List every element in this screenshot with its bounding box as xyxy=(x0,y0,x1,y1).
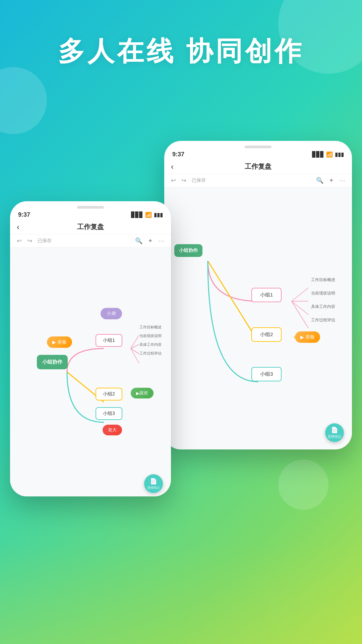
fab-icon-back: 📄 xyxy=(331,426,338,434)
boss-node-front: ▶ 老板 xyxy=(47,336,72,348)
undo-button[interactable]: ↩ xyxy=(171,177,176,184)
boss-node-back: ▶ 老板 xyxy=(295,331,320,343)
back-button[interactable]: ‹ xyxy=(171,162,174,171)
undo-button-front[interactable]: ↩ xyxy=(17,237,22,245)
sublabel-3-front: 具体工作内容 xyxy=(139,342,162,347)
phone-front-title: 工作复盘 xyxy=(77,222,104,231)
phone-front-titlebar: ‹ 工作复盘 xyxy=(10,220,171,234)
phone-back: 9:37 ▊▊▊ 📶 ▮▮▮ ‹ 工作复盘 ↩ ↪ 已保存 🔍 ✦ ⋯ xyxy=(164,141,352,449)
sublabel-2-back: 当前现状说明 xyxy=(311,290,335,296)
center-node-front: 小组协作 xyxy=(37,355,68,369)
center-node-back: 小组协作 xyxy=(174,244,202,257)
phone-back-statusbar: 9:37 ▊▊▊ 📶 ▮▮▮ xyxy=(164,148,352,159)
search-button-front[interactable]: 🔍 xyxy=(135,237,142,245)
share-button[interactable]: ✦ xyxy=(329,177,334,184)
fab-front[interactable]: 📄 思维笔记 xyxy=(144,474,163,493)
group1-node-front: 小组1 xyxy=(96,334,122,347)
svg-line-2 xyxy=(292,301,308,315)
fab-label-front: 思维笔记 xyxy=(147,486,160,490)
sublabel-1-back: 工作目标概述 xyxy=(311,277,335,283)
phone-back-notch xyxy=(245,146,272,148)
phone-front-notch xyxy=(77,206,104,209)
sublabel-4-back: 工作过程评估 xyxy=(311,317,335,323)
svg-line-4 xyxy=(131,335,139,348)
xiaoди-node: 小弟 xyxy=(101,308,122,319)
phone-front-toolbar: ↩ ↪ 已保存 🔍 ✦ ⋯ xyxy=(10,234,171,248)
phone-back-toolbar: ↩ ↪ 已保存 🔍 ✦ ⋯ xyxy=(164,174,352,187)
battery-icon: ▮▮▮ xyxy=(335,151,344,158)
svg-line-3 xyxy=(292,301,308,328)
sublabel-3-back: 具体工作内容 xyxy=(311,304,335,310)
fab-back[interactable]: 📄 思维笔记 xyxy=(325,423,344,442)
genban-node: ▶跟班 xyxy=(131,388,154,398)
share-button-front[interactable]: ✦ xyxy=(148,237,153,245)
phone-front: 9:37 ▊▊▊ 📶 ▮▮▮ ‹ 工作复盘 ↩ ↪ 已保存 🔍 ✦ ⋯ xyxy=(10,201,171,496)
sublabel-2-front: 当前现状说明 xyxy=(139,333,162,338)
sublabel-4-front: 工作过程评估 xyxy=(139,351,162,356)
group3-node-back: 小组3 xyxy=(251,367,282,381)
phone-front-mindmap: 小组协作 小弟 ▶ 老板 小组1 小组2 ▶跟班 小组3 老大 xyxy=(10,248,171,496)
more-button[interactable]: ⋯ xyxy=(339,177,345,184)
back-button-front[interactable]: ‹ xyxy=(17,222,19,232)
phone-back-titlebar: ‹ 工作复盘 xyxy=(164,159,352,174)
svg-line-7 xyxy=(131,348,139,363)
group2-node-front: 小组2 xyxy=(96,388,122,400)
redo-button[interactable]: ↪ xyxy=(181,177,186,184)
phone-front-time: 9:37 xyxy=(18,211,30,218)
fab-icon-front: 📄 xyxy=(150,478,157,485)
group1-node-back: 小组1 xyxy=(251,288,282,302)
redo-button-front[interactable]: ↪ xyxy=(27,237,32,245)
laoda-node: 老大 xyxy=(103,425,122,435)
phone-back-mindmap: 小组协作 小组1 小组2 小组3 ▶ 老板 工作目标概述 当前现状说明 具体工作… xyxy=(164,187,352,449)
phone-front-status-icons: ▊▊▊ 📶 ▮▮▮ xyxy=(131,212,163,218)
wifi-icon-front: 📶 xyxy=(145,212,152,218)
more-button-front[interactable]: ⋯ xyxy=(158,237,164,245)
svg-line-0 xyxy=(292,288,308,301)
signal-icon: ▊▊▊ xyxy=(312,151,324,158)
search-button[interactable]: 🔍 xyxy=(316,177,323,184)
phone-back-status-icons: ▊▊▊ 📶 ▮▮▮ xyxy=(312,151,344,158)
saved-status: 已保存 xyxy=(192,177,311,183)
signal-icon-front: ▊▊▊ xyxy=(131,212,143,218)
svg-line-6 xyxy=(131,348,139,354)
phone-back-time: 9:37 xyxy=(172,151,184,158)
hero-title: 多人在线 协同创作 xyxy=(0,34,362,70)
phone-back-title: 工作复盘 xyxy=(245,162,272,171)
bottom-decoration xyxy=(0,543,362,644)
group3-node-front: 小组3 xyxy=(96,407,122,420)
group2-node-back: 小组2 xyxy=(251,327,282,342)
phone-front-statusbar: 9:37 ▊▊▊ 📶 ▮▮▮ xyxy=(10,209,171,220)
wifi-icon: 📶 xyxy=(326,151,333,158)
svg-line-5 xyxy=(131,344,139,348)
sublabel-1-front: 工作目标概述 xyxy=(139,325,162,330)
fab-label-back: 思维笔记 xyxy=(328,434,341,439)
saved-status-front: 已保存 xyxy=(38,238,130,244)
battery-icon-front: ▮▮▮ xyxy=(154,212,163,218)
